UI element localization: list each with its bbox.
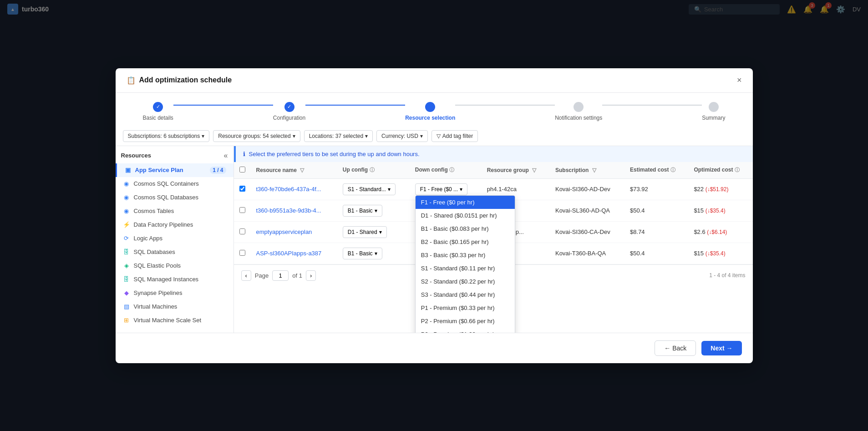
- modal-overlay: 📋 Add optimization schedule × ✓ Basic de…: [0, 0, 868, 18]
